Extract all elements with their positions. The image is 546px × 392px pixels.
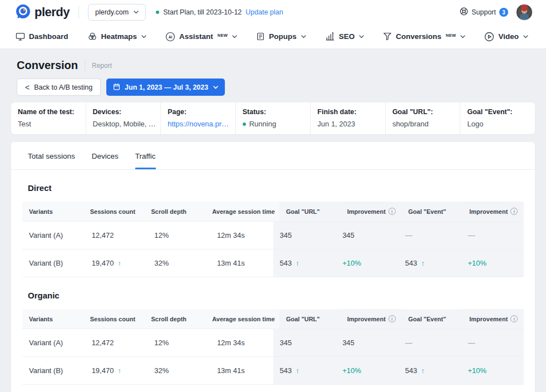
- plerdy-logo-icon: [16, 4, 31, 21]
- page-title: Conversion: [17, 59, 78, 72]
- variant-row: Variant (A)12,47212%12m 34s345345——: [22, 221, 524, 249]
- content-area: Conversion Report < Back to A/B testing …: [0, 49, 546, 392]
- table-cell-variants: Variant (A): [22, 222, 85, 249]
- arrow-up-icon: ↑: [296, 366, 299, 375]
- nav-item-seo[interactable]: SEO: [325, 32, 365, 41]
- chevron-down-icon: [232, 35, 237, 38]
- chevron-down-icon: [523, 35, 528, 38]
- info-field-value: Test: [18, 120, 81, 128]
- life-buoy-icon: [460, 7, 468, 17]
- variants-table: VariantsSessions countScroll depthAverag…: [22, 202, 524, 277]
- back-to-ab-testing-button[interactable]: < Back to A/B testing: [17, 79, 101, 96]
- info-field-label: Finish date:: [317, 108, 381, 116]
- report-tabs: Total sessionsDevicesTraffic: [11, 142, 535, 170]
- info-tooltip-icon[interactable]: i: [388, 315, 396, 322]
- table-header-cell-sessions-count: Sessions count: [83, 202, 145, 221]
- variant-row: Variant (B)19,470↑32%13m 41s543↑+10%543↑…: [22, 356, 524, 385]
- nav-item-assistant[interactable]: AIAssistantNEW: [165, 32, 237, 42]
- info-tooltip-icon[interactable]: i: [510, 208, 518, 215]
- conversions-icon: [383, 32, 392, 41]
- table-cell-goal-event-: —: [399, 222, 461, 249]
- table-header-cell-improvement: Improvementi: [463, 309, 524, 329]
- arrow-up-icon: ↑: [296, 259, 299, 267]
- page-header: Conversion Report: [11, 57, 535, 72]
- support-button[interactable]: Support 3: [460, 7, 508, 17]
- tab-devices[interactable]: Devices: [92, 152, 119, 169]
- support-label: Support: [471, 8, 496, 16]
- info-field-label: Devices:: [93, 108, 156, 116]
- tab-traffic[interactable]: Traffic: [135, 152, 156, 169]
- plan-status-dot: [156, 11, 159, 14]
- table-cell-average-session-time: 13m 41s: [210, 249, 273, 277]
- table-cell-improvement: —: [461, 329, 524, 356]
- info-tooltip-icon[interactable]: i: [510, 315, 518, 322]
- tab-total-sessions[interactable]: Total sessions: [28, 152, 75, 169]
- info-field-finish-date-: Finish date:Jun 1, 2023: [310, 102, 385, 134]
- info-field-label: Status:: [243, 108, 306, 116]
- plerdy-logo[interactable]: plerdy: [16, 4, 70, 21]
- main-nav: DashboardHeatmapsAIAssistantNEWPopupsSEO…: [0, 24, 546, 49]
- table-header-cell-goal-event-: Goal "Event": [401, 202, 463, 221]
- info-tooltip-icon[interactable]: i: [388, 208, 396, 215]
- nav-item-heatmaps[interactable]: Heatmaps: [87, 32, 147, 41]
- status-text: Running: [249, 120, 276, 128]
- domain-selector-value: plerdy.com: [95, 8, 129, 16]
- nav-item-video[interactable]: Video: [484, 32, 528, 42]
- arrow-up-icon: ↑: [117, 259, 121, 267]
- table-cell-scroll-depth: 32%: [147, 249, 210, 277]
- chevron-down-icon: [141, 35, 146, 38]
- chevron-down-icon: [301, 35, 306, 38]
- table-cell-scroll-depth: 12%: [147, 329, 210, 356]
- table-cell-goal-url-: 345: [273, 222, 336, 249]
- plan-status: Start Plan, till 2023-10-12 Update plan: [156, 8, 283, 16]
- table-header-cell-variants: Variants: [22, 310, 83, 329]
- nav-item-label: SEO: [339, 32, 355, 41]
- chevron-down-icon: [359, 35, 364, 38]
- svg-text:AI: AI: [169, 35, 173, 38]
- table-cell-goal-url-: 543↑: [273, 249, 336, 277]
- nav-item-conversions[interactable]: ConversionsNEW: [383, 32, 465, 41]
- info-field-value[interactable]: https://novena.pro/novos...: [168, 120, 231, 128]
- info-field-value: Logo: [467, 120, 530, 128]
- table-cell-variants: Variant (B): [22, 357, 85, 384]
- date-range-picker[interactable]: Jun 1, 2023 — Jul 3, 2023: [106, 79, 225, 96]
- date-range-value: Jun 1, 2023 — Jul 3, 2023: [125, 84, 208, 91]
- table-cell-improvement: +10%: [461, 357, 524, 384]
- arrow-up-icon: ↑: [421, 366, 425, 375]
- nav-item-dashboard[interactable]: Dashboard: [16, 32, 68, 41]
- nav-item-popups[interactable]: Popups: [256, 32, 306, 41]
- nav-item-label: Assistant: [179, 32, 213, 41]
- info-field-value: Running: [243, 120, 306, 128]
- actions-row: < Back to A/B testing Jun 1, 2023 — Jul …: [17, 79, 535, 96]
- info-field-name-of-the-test-: Name of the test:Test: [11, 102, 86, 134]
- info-field-value: shop/brand: [392, 120, 456, 128]
- domain-selector[interactable]: plerdy.com: [88, 4, 146, 21]
- table-cell-goal-event-: 543↑: [399, 357, 461, 384]
- table-header-cell-improvement: Improvementi: [341, 309, 402, 329]
- user-avatar[interactable]: [516, 4, 533, 21]
- table-cell-sessions-count: 19,470↑: [85, 249, 148, 277]
- table-cell-average-session-time: 12m 34s: [210, 222, 273, 249]
- traffic-sections: DirectVariantsSessions countScroll depth…: [11, 183, 535, 392]
- info-field-label: Name of the test:: [18, 108, 81, 116]
- variants-table: VariantsSessions countScroll depthAverag…: [22, 309, 524, 385]
- update-plan-link[interactable]: Update plan: [245, 8, 283, 16]
- table-header-cell-goal-url-: Goal "URL": [279, 310, 341, 329]
- traffic-section-direct: DirectVariantsSessions countScroll depth…: [11, 183, 535, 277]
- table-cell-improvement: +10%: [336, 249, 399, 277]
- back-button-label: Back to A/B testing: [34, 84, 92, 91]
- table-cell-improvement: —: [461, 222, 524, 249]
- table-header-cell-improvement: Improvementi: [463, 202, 524, 221]
- chevron-down-icon: [134, 11, 139, 14]
- table-header-cell-average-session-time: Average session time: [205, 310, 279, 329]
- table-header-cell-scroll-depth: Scroll depth: [145, 310, 206, 329]
- nav-item-label: Popups: [269, 32, 297, 41]
- plan-status-text: Start Plan, till 2023-10-12: [163, 8, 242, 16]
- table-header-cell-scroll-depth: Scroll depth: [145, 202, 206, 221]
- new-badge: NEW: [218, 33, 228, 38]
- table-cell-average-session-time: 13m 41s: [210, 357, 273, 384]
- table-cell-improvement: +10%: [336, 357, 399, 384]
- page-subtitle: Report: [92, 62, 112, 70]
- table-cell-sessions-count: 12,472: [85, 222, 148, 249]
- table-header-cell-sessions-count: Sessions count: [83, 310, 145, 329]
